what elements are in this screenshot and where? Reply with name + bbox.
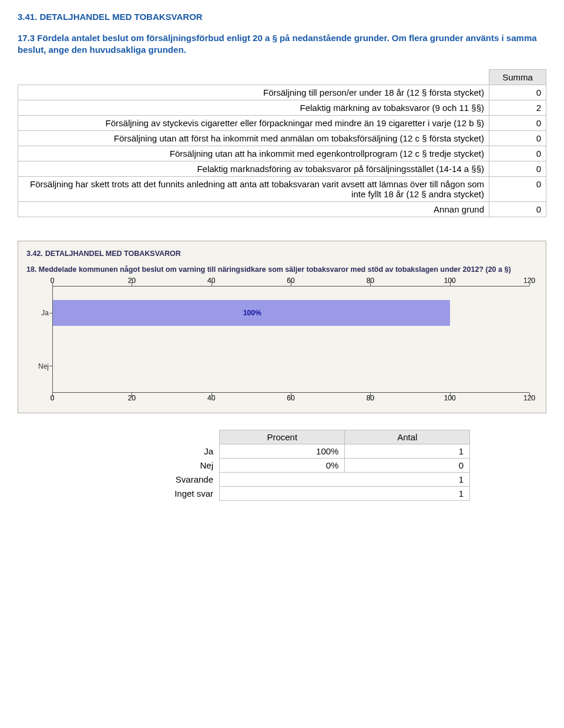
row-label: Försäljning utan att ha inkommit med ege…: [18, 146, 489, 161]
summary-table: Summa Försäljning till person/er under 1…: [18, 69, 546, 217]
section-title: DETALJHANDEL MED TOBAKSVAROR: [39, 12, 202, 22]
row-value: 2: [489, 100, 546, 115]
row-label: Svarande: [94, 473, 220, 487]
table-row: Svarande1: [94, 473, 470, 487]
row-label: Försäljning har skett trots att det funn…: [18, 176, 489, 201]
row-label: Nej: [94, 459, 220, 473]
table-row: Ja100%1: [94, 444, 470, 459]
section-number: 3.42.: [26, 250, 43, 258]
row-label: Felaktig marknadsföring av tobaksvaror p…: [18, 161, 489, 176]
table-row: Försäljning har skett trots att det funn…: [18, 176, 546, 201]
row-procent: 100%: [220, 444, 345, 459]
chart-panel: 3.42. DETALJHANDEL MED TOBAKSVAROR 18. M…: [18, 241, 546, 414]
row-value: 0: [489, 130, 546, 146]
table-row: Försäljning av styckevis cigaretter elle…: [18, 115, 546, 130]
row-antal: 1: [220, 487, 470, 501]
row-procent: 0%: [220, 459, 345, 473]
col-header-antal: Antal: [345, 430, 470, 444]
table-row: Försäljning utan att först ha inkommit m…: [18, 130, 546, 146]
plot-area: 100%: [52, 286, 529, 393]
row-antal: 1: [345, 444, 470, 459]
col-header-summa: Summa: [489, 69, 546, 85]
table-row: Nej0%0: [94, 459, 470, 473]
row-label: Försäljning till person/er under 18 år (…: [18, 85, 489, 100]
table-row: Försäljning utan att ha inkommit med ege…: [18, 146, 546, 161]
table-row: Felaktig marknadsföring av tobaksvaror p…: [18, 161, 546, 176]
row-value: 0: [489, 201, 546, 217]
y-axis-label: Nej: [29, 362, 49, 370]
row-value: 0: [489, 85, 546, 100]
row-value: 0: [489, 115, 546, 130]
table-row: Felaktig märkning av tobaksvaror (9 och …: [18, 100, 546, 115]
table-row: Försäljning till person/er under 18 år (…: [18, 85, 546, 100]
row-label: Annan grund: [18, 201, 489, 217]
question-text: 18. Meddelade kommunen något beslut om v…: [26, 265, 538, 275]
table-row: Annan grund0: [18, 201, 546, 217]
row-value: 0: [489, 176, 546, 201]
section-heading: 3.41. DETALJHANDEL MED TOBAKSVAROR: [18, 12, 546, 22]
row-label: Felaktig märkning av tobaksvaror (9 och …: [18, 100, 489, 115]
bar-chart: 100% JaNej 00202040406060808010010012012…: [29, 278, 535, 401]
result-table: Procent Antal Ja100%1Nej0%0Svarande1Inge…: [94, 430, 470, 501]
col-header-procent: Procent: [220, 430, 345, 444]
row-value: 0: [489, 146, 546, 161]
row-antal: 0: [345, 459, 470, 473]
row-label: Inget svar: [94, 487, 220, 501]
section-title: DETALJHANDEL MED TOBAKSVAROR: [45, 250, 181, 258]
row-value: 0: [489, 161, 546, 176]
section-number: 3.41.: [18, 12, 37, 22]
row-label: Ja: [94, 444, 220, 459]
question-text: 17.3 Fördela antalet beslut om försäljni…: [18, 32, 546, 56]
row-antal: 1: [220, 473, 470, 487]
y-axis-label: Ja: [29, 309, 49, 317]
table-row: Inget svar1: [94, 487, 470, 501]
bar-value-label: 100%: [243, 309, 261, 317]
row-label: Försäljning av styckevis cigaretter elle…: [18, 115, 489, 130]
row-label: Försäljning utan att först ha inkommit m…: [18, 130, 489, 146]
